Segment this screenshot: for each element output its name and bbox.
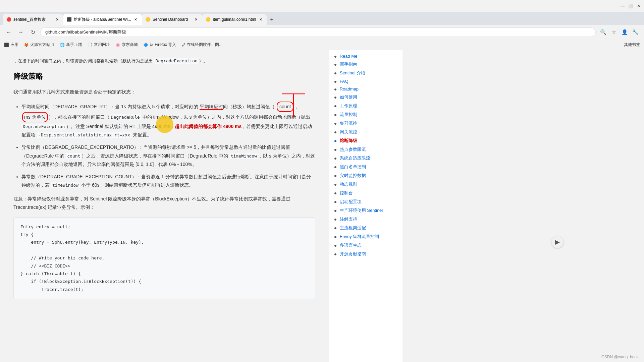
sidebar-item-annotation[interactable]: 注解支持 <box>334 216 397 222</box>
sidebar-link-dynamic[interactable]: 动态规则 <box>340 182 357 187</box>
sidebar-link-newbie[interactable]: 新手指南 <box>340 62 357 67</box>
tab-gulimall[interactable]: 🟡 item.gulimall.com/1.html ✕ <box>202 14 267 25</box>
back-button[interactable]: ← <box>4 27 13 37</box>
bookmark-apps[interactable]: ⬛ 应用 <box>4 42 18 48</box>
sidebar-link-startup[interactable]: 启动配置项 <box>340 199 362 204</box>
sidebar-item-roadmap[interactable]: Roadmap <box>334 86 397 92</box>
sidebar-item-startup[interactable]: 启动配置项 <box>334 199 397 205</box>
bookmark-newbie[interactable]: 🌐 新手上路 <box>60 42 82 48</box>
bookmark-other[interactable]: 其他书签 <box>624 42 640 48</box>
search-icon[interactable]: 🔍 <box>598 27 608 37</box>
sidebar-link-framework[interactable]: 主流框架适配 <box>340 225 366 230</box>
sidebar-link-readme[interactable]: Read Me <box>340 54 358 59</box>
sidebar-item-blackwhite[interactable]: 黑白名单控制 <box>334 164 397 170</box>
window-controls: — ⬜ ✕ <box>620 3 641 9</box>
sidebar-dot-hotkey <box>334 149 336 151</box>
bookmark-common[interactable]: 📑 常用网址 <box>88 42 110 48</box>
bookmark-other-label: 其他书签 <box>624 42 640 48</box>
tab-close-4[interactable]: ✕ <box>258 17 263 22</box>
bullet1-text: 平均响应时间（DEGRADE_GRADE_RT）：当 1s 内持续进入 5 个请… <box>21 104 312 138</box>
title-bar: — ⬜ ✕ <box>0 0 644 12</box>
sidebar-link-cluster[interactable]: 集群流控 <box>340 121 357 126</box>
bookmark-draw[interactable]: 🖊 在线绘图软件、图... <box>181 42 222 48</box>
sidebar-item-howto[interactable]: 如何使用 <box>334 94 397 100</box>
minimize-button[interactable]: — <box>620 3 625 9</box>
sidebar-link-blackwhite[interactable]: 黑白名单控制 <box>340 164 366 169</box>
sidebar-item-intro[interactable]: Sentinel 介绍 <box>334 70 397 76</box>
sidebar-dot-faq <box>334 81 336 83</box>
bullet-item-2: 异常比例（DEGRADE_GRADE_EXCEPTION_RATIO）：当资源的… <box>21 143 315 169</box>
sidebar-link-gateway[interactable]: 网关流控 <box>340 129 357 134</box>
forward-button[interactable]: → <box>16 27 25 37</box>
sidebar-dot-envoy <box>334 236 336 238</box>
sidebar-item-console[interactable]: 控制台 <box>334 190 397 196</box>
tab-sentinel-wiki[interactable]: ⬛ 熔断降级 · alibaba/Sentinel Wi... ✕ <box>63 14 142 25</box>
tabs-bar: 🔴 sentinel_百度搜索 ✕ ⬛ 熔断降级 · alibaba/Senti… <box>0 12 644 25</box>
sidebar-link-production[interactable]: 生产环境使用 Sentinel <box>340 208 383 213</box>
sidebar-item-faq[interactable]: FAQ <box>334 79 397 84</box>
content-wrapper: ，在接下的时间窗口之内，对该资源的调用都自动熔断（默认行为是抛出 Degrade… <box>0 50 644 362</box>
draw-icon: 🖊 <box>181 43 185 47</box>
sidebar-item-envoy[interactable]: Envoy 集群流量控制 <box>334 234 397 240</box>
sidebar-item-dynamic[interactable]: 动态规则 <box>334 181 397 187</box>
sidebar-link-monitor[interactable]: 实时监控数据 <box>340 173 366 178</box>
code-line-3: entry = SphU.entry(key, EntryType.IN, ke… <box>20 238 308 246</box>
sidebar-link-howto[interactable]: 如何使用 <box>340 95 357 100</box>
bookmark-import[interactable]: 🔷 从 Firefox 导入 <box>143 42 176 48</box>
profile-icon[interactable]: 👤 <box>620 27 629 37</box>
bookmark-draw-label: 在线绘图软件、图... <box>187 42 222 48</box>
sidebar-dot-intro <box>334 72 336 74</box>
maximize-button[interactable]: ⬜ <box>628 3 633 9</box>
sidebar-item-sysadaptive[interactable]: 系统自适应限流 <box>334 155 397 161</box>
code-line-2: try { <box>20 231 308 238</box>
sidebar-item-framework[interactable]: 主流框架适配 <box>334 225 397 231</box>
sidebar-item-multilang[interactable]: 多语言生态 <box>334 242 397 248</box>
sidebar-item-degrade[interactable]: 熔断降级 <box>334 138 397 144</box>
sidebar-link-roadmap[interactable]: Roadmap <box>340 86 359 92</box>
sidebar-link-console[interactable]: 控制台 <box>340 190 353 195</box>
sidebar-link-flow[interactable]: 流量控制 <box>340 112 357 117</box>
code-line-5: // Write your biz code here. <box>20 254 308 262</box>
rt-config-code: -Dcsp.sentinel.statistic.max.rt=xxx <box>37 132 131 138</box>
bookmark-firefox[interactable]: 🦊 火狐官方站点 <box>24 42 54 48</box>
sidebar-link-hotkey[interactable]: 热点参数限流 <box>340 147 366 152</box>
sidebar-item-principle[interactable]: 工作原理 <box>334 103 397 109</box>
bookmark-jd[interactable]: 🌸 京东商城 <box>115 42 138 48</box>
scroll-to-top-button[interactable]: ▶ <box>551 236 564 248</box>
browser-window: — ⬜ ✕ 🔴 sentinel_百度搜索 ✕ ⬛ 熔断降级 · alibaba… <box>0 0 644 362</box>
bookmark-firefox-label: 火狐官方站点 <box>30 42 54 48</box>
sidebar-link-degrade[interactable]: 熔断降级 <box>340 138 357 143</box>
tab-sentinel-dashboard[interactable]: 🟡 Sentinel Dashboard ✕ <box>142 14 202 25</box>
jd-icon: 🌸 <box>115 43 120 47</box>
address-input[interactable]: github.com/alibaba/Sentinel/wiki/熔断降级 <box>40 27 596 37</box>
tab-close-2[interactable]: ✕ <box>133 17 139 22</box>
sidebar-link-principle[interactable]: 工作原理 <box>340 103 357 108</box>
sidebar-item-readme[interactable]: Read Me <box>334 54 397 59</box>
tab-close-3[interactable]: ✕ <box>194 17 199 22</box>
sidebar-item-hotkey[interactable]: 热点参数限流 <box>334 146 397 153</box>
sidebar-link-envoy[interactable]: Envoy 集群流量控制 <box>340 234 379 239</box>
sidebar-item-monitor[interactable]: 实时监控数据 <box>334 173 397 179</box>
tab-close-1[interactable]: ✕ <box>54 17 60 22</box>
sidebar-item-contribute[interactable]: 开源贡献指南 <box>334 251 397 257</box>
sidebar-link-contribute[interactable]: 开源贡献指南 <box>340 251 366 256</box>
extension-icon[interactable]: 🔧 <box>631 27 640 37</box>
tab-sentinel-baidu[interactable]: 🔴 sentinel_百度搜索 ✕ <box>3 14 63 25</box>
code-block: Entry entry = null; try { entry = SphU.e… <box>13 217 315 299</box>
sidebar-item-cluster[interactable]: 集群流控 <box>334 120 397 126</box>
count-code-2: count <box>66 153 82 159</box>
sidebar-link-annotation[interactable]: 注解支持 <box>340 217 357 222</box>
close-button[interactable]: ✕ <box>636 3 641 9</box>
bookmarks-bar: ⬛ 应用 🦊 火狐官方站点 🌐 新手上路 📑 常用网址 🌸 京东商城 🔷 从 F… <box>0 40 644 50</box>
reload-button[interactable]: ↻ <box>28 27 38 37</box>
sidebar-item-newbie[interactable]: 新手指南 <box>334 61 397 67</box>
sidebar-link-sysadaptive[interactable]: 系统自适应限流 <box>340 156 370 161</box>
new-tab-button[interactable]: + <box>267 14 277 25</box>
sidebar-item-flow[interactable]: 流量控制 <box>334 112 397 118</box>
sidebar-link-intro[interactable]: Sentinel 介绍 <box>340 70 366 75</box>
sidebar-item-gateway[interactable]: 网关流控 <box>334 129 397 135</box>
sidebar-item-production[interactable]: 生产环境使用 Sentinel <box>334 207 397 214</box>
sidebar-link-multilang[interactable]: 多语言生态 <box>340 243 362 248</box>
sidebar-link-faq[interactable]: FAQ <box>340 79 348 84</box>
bookmark-star-icon[interactable]: ☆ <box>609 27 619 37</box>
